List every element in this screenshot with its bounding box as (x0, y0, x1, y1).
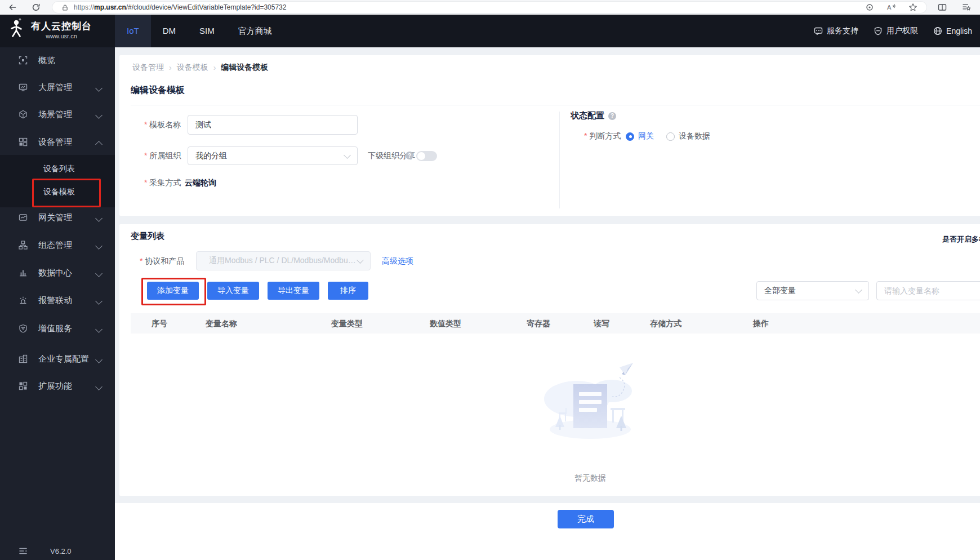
chevron-down-icon (95, 356, 103, 363)
chevron-down-icon (95, 297, 103, 305)
sidebar-item-device-list[interactable]: 设备列表 (0, 157, 115, 180)
question-icon[interactable]: ? (406, 152, 413, 159)
breadcrumb-device-template[interactable]: 设备模板 (177, 63, 208, 73)
sidebar-label: 组态管理 (38, 240, 72, 251)
sidebar-item-scene-mgmt[interactable]: 场景管理 (0, 103, 115, 126)
url-domain: mp.usr.cn (94, 3, 126, 11)
variable-filter-value: 全部变量 (764, 286, 796, 296)
radio-dot (626, 132, 634, 141)
split-screen-icon[interactable] (938, 3, 947, 12)
sidebar-item-extensions[interactable]: 扩展功能 (0, 374, 115, 398)
service-support-link[interactable]: 服务支持 (814, 26, 858, 36)
top-nav-links: 服务支持 用户权限 English (814, 15, 972, 47)
value-service-icon (19, 324, 28, 333)
variable-filter-select[interactable]: 全部变量 (756, 281, 869, 300)
import-variable-button[interactable]: 导入变量 (207, 282, 259, 300)
breadcrumb-device-mgmt[interactable]: 设备管理 (132, 63, 164, 73)
column-header-data-type: 数值类型 (430, 313, 527, 334)
done-button[interactable]: 完成 (558, 510, 614, 528)
sidebar: 概览 大屏管理 场景管理 设备管理 设备列表 设备模板 (0, 47, 115, 560)
sidebar-item-overview[interactable]: 概览 (0, 48, 115, 72)
screen-icon (19, 83, 28, 92)
favorite-icon[interactable] (908, 3, 917, 12)
template-name-input[interactable]: 测试 (188, 115, 358, 135)
export-variable-button[interactable]: 导出变量 (268, 282, 319, 300)
back-icon[interactable] (8, 3, 17, 12)
edit-template-card: 设备管理 › 设备模板 › 编辑设备模板 编辑设备模板 模板名称 测试 所属组织… (119, 55, 980, 216)
variable-list-card: 变量列表 是否开启多机采集 协议和产品 通用Modbus / PLC / DL/… (119, 224, 980, 496)
url-bar[interactable]: https://mp.usr.cn/#/cloud/device/ViewEdi… (52, 1, 927, 14)
annotation-box-add-variable (141, 278, 206, 305)
chevron-down-icon (95, 112, 103, 119)
breadcrumb-separator: › (169, 63, 172, 72)
service-support-label: 服务支持 (827, 26, 858, 36)
template-name-label: 模板名称 (144, 115, 181, 135)
chevron-down-icon (95, 85, 103, 92)
radio-gateway[interactable]: 网关 (626, 131, 654, 141)
language-label: English (946, 26, 972, 35)
app-version: V6.2.0 (50, 547, 72, 555)
column-header-index: 序号 (131, 313, 206, 334)
collect-mode-value: 云端轮询 (185, 175, 216, 190)
chevron-down-icon (95, 242, 103, 250)
sidebar-label: 概览 (38, 55, 55, 66)
sidebar-label: 企业专属配置 (38, 354, 89, 365)
device-icon (19, 137, 28, 146)
breadcrumb-separator: › (213, 63, 216, 72)
sidebar-item-screen-mgmt[interactable]: 大屏管理 (0, 75, 115, 99)
sidebar-item-alarm-linkage[interactable]: 报警联动 (0, 288, 115, 312)
enterprise-icon (19, 354, 28, 363)
collections-icon[interactable] (962, 3, 971, 12)
tab-official-store[interactable]: 官方商城 (226, 15, 284, 47)
judge-mode-label: 判断方式 (584, 130, 621, 141)
brand-title: 有人云控制台 (31, 20, 92, 33)
share-toggle[interactable] (416, 151, 437, 161)
status-config-title: 状态配置 (571, 110, 604, 121)
chevron-down-icon (95, 383, 103, 390)
vertical-divider (559, 112, 560, 208)
sidebar-item-scada-mgmt[interactable]: 组态管理 (0, 233, 115, 257)
breadcrumb: 设备管理 › 设备模板 › 编辑设备模板 (132, 63, 268, 73)
language-switch[interactable]: English (933, 26, 972, 35)
radio-device-data-label: 设备数据 (679, 131, 710, 141)
variable-search-input[interactable] (876, 281, 980, 300)
sidebar-label: 数据中心 (38, 268, 72, 278)
top-nav: 有人云控制台 www.usr.cn IoT DM SIM 官方商城 服务支持 用… (0, 15, 980, 47)
globe-icon (933, 26, 942, 35)
question-icon[interactable]: ? (608, 112, 616, 120)
tab-iot[interactable]: IoT (115, 15, 151, 47)
organization-select[interactable]: 我的分组 (188, 146, 358, 165)
column-header-actions: 操作 (753, 313, 980, 334)
product-tabs: IoT DM SIM 官方商城 (115, 15, 284, 47)
advanced-options-link[interactable]: 高级选项 (382, 251, 413, 270)
sidebar-item-data-center[interactable]: 数据中心 (0, 261, 115, 285)
collapse-sidebar-icon[interactable] (19, 546, 28, 555)
sort-button[interactable]: 排序 (328, 282, 368, 300)
tab-dm[interactable]: DM (151, 15, 188, 47)
annotation-box-device-template (32, 179, 101, 207)
sidebar-label: 报警联动 (38, 295, 72, 306)
radio-device-data[interactable]: 设备数据 (666, 131, 710, 141)
empty-state: 暂无数据 (119, 358, 980, 483)
column-header-rw: 读写 (594, 313, 650, 334)
sidebar-item-value-services[interactable]: 增值服务 (0, 317, 115, 340)
extension-icon (19, 381, 28, 390)
scada-icon (19, 241, 28, 250)
sidebar-item-enterprise-config[interactable]: 企业专属配置 (0, 347, 115, 371)
collect-mode-label: 采集方式 (144, 175, 181, 190)
organization-value: 我的分组 (195, 151, 227, 161)
sidebar-item-device-mgmt[interactable]: 设备管理 (0, 130, 115, 154)
user-permission-link[interactable]: 用户权限 (874, 26, 918, 36)
empty-state-illustration (540, 358, 641, 443)
refresh-icon[interactable] (32, 3, 41, 12)
lock-icon (61, 4, 69, 11)
chat-bubble-icon (814, 26, 823, 35)
protocol-select: 通用Modbus / PLC / DL/Modbus/Modbus R1 (196, 251, 371, 270)
tab-sim[interactable]: SIM (188, 15, 226, 47)
radio-dot (666, 132, 675, 141)
sidebar-item-gateway-mgmt[interactable]: 网关管理 (0, 206, 115, 229)
brand-logo[interactable]: 有人云控制台 www.usr.cn (7, 18, 92, 42)
sidebar-label: 扩展功能 (38, 381, 72, 392)
read-aloud-icon[interactable]: A (887, 3, 896, 12)
location-icon[interactable] (865, 3, 874, 12)
